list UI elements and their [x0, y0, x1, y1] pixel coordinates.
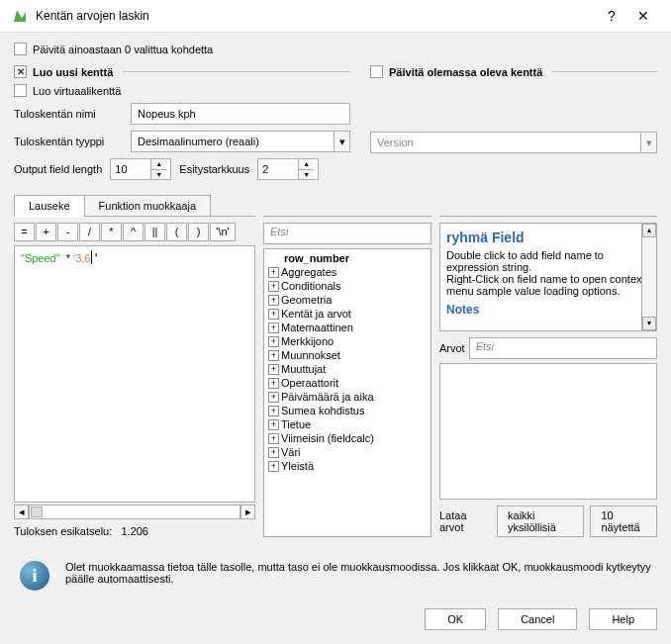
version-label: Version	[377, 137, 414, 148]
expand-icon[interactable]: +	[268, 322, 279, 333]
spin-up-icon[interactable]: ▲	[299, 159, 314, 170]
tree-group-label: Matemaattinen	[281, 321, 353, 334]
close-button[interactable]: ✕	[627, 8, 659, 24]
tree-group-label: Päivämäärä ja aika	[281, 390, 374, 404]
tree-group[interactable]: +Päivämäärä ja aika	[266, 390, 429, 404]
tree-group[interactable]: +Yleistä	[266, 459, 429, 473]
arvot-search-input[interactable]: Etsi	[469, 337, 657, 359]
tree-group[interactable]: +Muunnokset	[266, 348, 429, 362]
arvot-label: Arvot	[439, 342, 465, 354]
help-text-1: Double click to add field name to expres…	[446, 249, 650, 273]
tree-group[interactable]: +Aggregates	[266, 265, 429, 279]
help-titlebar-button[interactable]: ?	[596, 8, 627, 24]
ten-samples-button[interactable]: 10 näytettä	[590, 506, 657, 537]
expand-icon[interactable]: +	[268, 295, 279, 306]
update-selected-checkbox[interactable]	[14, 43, 27, 55]
values-list[interactable]	[439, 363, 657, 500]
tree-group-label: Conditionals	[281, 279, 341, 293]
tree-group-label: Yleistä	[281, 459, 314, 473]
hscroll-track[interactable]	[29, 505, 240, 519]
tab-expression[interactable]: Lauseke	[14, 195, 85, 217]
expand-icon[interactable]: +	[268, 378, 279, 389]
function-tree[interactable]: row_number+Aggregates+Conditionals+Geome…	[263, 248, 431, 537]
tree-group-label: Sumea kohdistus	[281, 404, 364, 417]
operator-button[interactable]: (	[166, 223, 187, 241]
precision-label: Esitystarkkuus	[179, 163, 249, 175]
operator-button[interactable]: ^	[123, 223, 144, 241]
operator-button[interactable]: )	[188, 223, 209, 241]
operator-button[interactable]: -	[57, 223, 78, 241]
expand-icon[interactable]: +	[268, 392, 279, 403]
tree-group[interactable]: +Kentät ja arvot	[266, 307, 429, 321]
output-type-value: Desimaalinumero (reaali)	[138, 136, 259, 147]
divider	[552, 71, 657, 72]
tree-group[interactable]: +Muuttujat	[266, 362, 429, 376]
expand-icon[interactable]: +	[268, 433, 279, 444]
tree-group[interactable]: +Viimeisin (fieldcalc)	[266, 431, 429, 445]
tree-group-label: Viimeisin (fieldcalc)	[281, 431, 374, 445]
preview-label: Tuloksen esikatselu:	[14, 525, 112, 537]
operator-button[interactable]: +	[36, 223, 56, 241]
expand-icon[interactable]: +	[268, 350, 279, 361]
tree-group[interactable]: +Operaattorit	[266, 376, 429, 390]
tree-group[interactable]: +Conditionals	[266, 279, 429, 293]
tree-row-number[interactable]: row_number	[266, 251, 429, 265]
operator-button[interactable]: ||	[144, 223, 165, 241]
hscroll-thumb[interactable]	[31, 506, 43, 517]
update-field-checkbox[interactable]	[370, 65, 383, 78]
tree-search-input[interactable]: Etsi	[263, 223, 431, 244]
tree-group[interactable]: +Matemaattinen	[266, 321, 429, 334]
create-virtual-checkbox[interactable]	[14, 84, 27, 97]
precision-value[interactable]	[258, 159, 298, 179]
tree-group-label: Muunnokset	[281, 348, 340, 362]
output-length-value[interactable]	[111, 159, 150, 179]
ok-button[interactable]: OK	[425, 608, 486, 630]
precision-spin[interactable]: ▲▼	[257, 158, 319, 180]
tree-group-label: Geometria	[281, 293, 332, 307]
scroll-down-icon[interactable]: ▼	[642, 317, 656, 330]
operator-button[interactable]: *	[101, 223, 122, 241]
operator-button[interactable]: '\n'	[210, 223, 236, 241]
scroll-up-icon[interactable]: ▲	[642, 224, 656, 237]
expand-icon[interactable]: +	[268, 447, 279, 458]
tree-group[interactable]: +Tietue	[266, 417, 429, 431]
expand-icon[interactable]: +	[268, 461, 279, 472]
spin-down-icon[interactable]: ▼	[299, 170, 314, 180]
cancel-button[interactable]: Cancel	[498, 608, 577, 630]
create-field-checkbox[interactable]	[14, 65, 27, 78]
expand-icon[interactable]: +	[268, 309, 279, 320]
output-name-input[interactable]	[131, 103, 350, 125]
output-length-spin[interactable]: ▲▼	[110, 158, 171, 180]
expand-icon[interactable]: +	[268, 336, 279, 347]
expand-icon[interactable]: +	[268, 419, 279, 430]
titlebar: Kentän arvojen laskin ? ✕	[0, 0, 671, 33]
update-selected-label: Päivitä ainoastaan 0 valittua kohdetta	[33, 44, 213, 55]
expand-icon[interactable]: +	[268, 364, 279, 375]
create-virtual-label: Luo virtuaalikenttä	[33, 85, 121, 97]
tab-editor[interactable]: Funktion muokkaaja	[84, 195, 211, 217]
tree-group-label: Väri	[281, 445, 301, 459]
help-vscroll[interactable]: ▲ ▼	[641, 224, 656, 330]
create-field-group-label: Luo uusi kenttä	[33, 66, 113, 78]
tree-group-label: Aggregates	[281, 265, 336, 279]
tree-group[interactable]: +Väri	[266, 445, 429, 459]
expand-icon[interactable]: +	[268, 406, 279, 416]
help-button[interactable]: Help	[589, 608, 657, 630]
version-combo[interactable]: Version ▾	[370, 132, 657, 153]
scroll-left-icon[interactable]: ◂	[14, 505, 29, 519]
spin-up-icon[interactable]: ▲	[151, 159, 166, 170]
scroll-right-icon[interactable]: ▸	[240, 505, 255, 519]
operator-button[interactable]: /	[79, 223, 100, 241]
expand-icon[interactable]: +	[268, 267, 279, 278]
operator-button[interactable]: =	[14, 223, 35, 241]
tree-group-label: Muuttujat	[281, 362, 326, 376]
all-unique-button[interactable]: kaikki yksilöllisiä	[497, 506, 584, 537]
tree-group[interactable]: +Sumea kohdistus	[266, 404, 429, 417]
tree-group[interactable]: +Geometria	[266, 293, 429, 307]
tree-group-label: Merkkijono	[281, 334, 334, 348]
spin-down-icon[interactable]: ▼	[151, 170, 166, 180]
output-type-combo[interactable]: Desimaalinumero (reaali) ▾	[131, 131, 350, 152]
expand-icon[interactable]: +	[268, 281, 279, 292]
tree-group[interactable]: +Merkkijono	[266, 334, 429, 348]
expression-textarea[interactable]: "Speed" * '3,6'	[14, 245, 255, 503]
